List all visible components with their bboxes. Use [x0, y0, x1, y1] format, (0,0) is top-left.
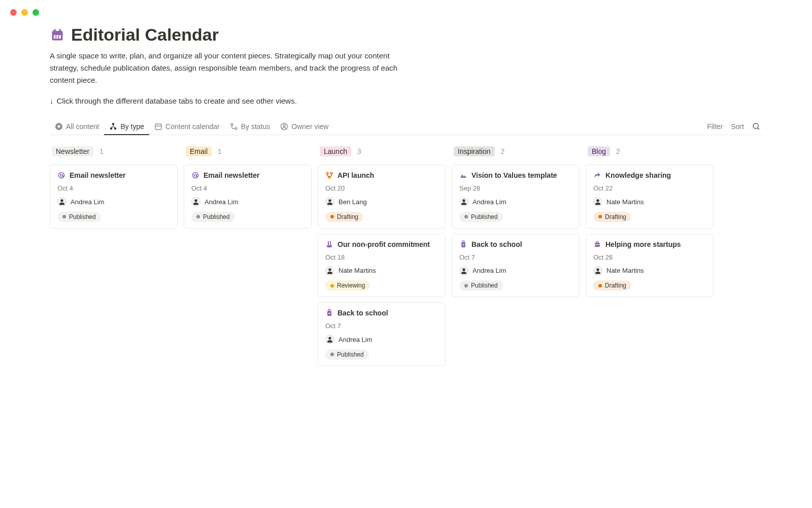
svg-point-37 [596, 268, 599, 271]
card[interactable]: Helping more startups Oct 26 Nate Martin… [586, 234, 714, 298]
minimize-window[interactable] [21, 9, 28, 16]
avatar-icon [325, 335, 334, 344]
card-owner: Andrea Lim [57, 197, 170, 206]
card[interactable]: Email newsletter Oct 4 Andrea Lim Publis… [184, 165, 312, 229]
status-badge: Drafting [593, 280, 631, 291]
status-badge: Reviewing [325, 280, 370, 291]
status-badge: Drafting [593, 212, 631, 222]
svg-rect-10 [155, 124, 161, 130]
svg-rect-28 [328, 313, 330, 314]
svg-point-16 [59, 173, 64, 178]
card-date: Oct 4 [57, 184, 170, 192]
arrow-down-icon: ↓ [50, 97, 54, 105]
tab-all-content[interactable]: All content [50, 118, 104, 135]
tab-label: Content calendar [165, 122, 220, 131]
filter-button[interactable]: Filter [707, 122, 723, 131]
status-text: Drafting [605, 213, 626, 220]
owner-name: Nate Martins [606, 198, 644, 206]
card-date: Oct 18 [325, 253, 438, 261]
card-date: Oct 7 [325, 322, 438, 330]
owner-name: Nate Martins [606, 267, 644, 274]
card[interactable]: Back to school Oct 7 Andrea Lim Publishe… [452, 234, 580, 298]
close-window[interactable] [10, 9, 17, 16]
board: Newsletter 1 Email newsletter Oct 4 Andr… [50, 135, 762, 371]
column-count: 1 [218, 147, 222, 155]
svg-rect-4 [56, 35, 58, 39]
svg-point-25 [328, 199, 331, 202]
owner-name: Andrea Lim [205, 198, 238, 206]
page-header: Editorial Calendar A single space to wri… [50, 25, 456, 105]
column-header: Blog 2 [586, 144, 714, 158]
column-label[interactable]: Newsletter [52, 146, 93, 156]
svg-point-34 [596, 199, 599, 202]
column-label[interactable]: Blog [588, 146, 610, 156]
status-text: Published [203, 213, 230, 220]
search-icon[interactable] [752, 122, 760, 131]
views-actions: Filter Sort [707, 122, 762, 131]
svg-rect-5 [59, 35, 61, 39]
column-count: 2 [501, 147, 505, 155]
svg-point-18 [60, 199, 63, 202]
card-date: Sep 28 [459, 184, 572, 192]
status-badge: Drafting [325, 212, 363, 222]
svg-rect-32 [462, 244, 464, 245]
avatar-icon [325, 266, 334, 275]
card-date: Oct 7 [459, 253, 572, 261]
column-label[interactable]: Launch [320, 146, 351, 156]
tab-by-status[interactable]: By status [225, 118, 276, 135]
avatar-icon [57, 197, 66, 206]
avatar-icon [593, 266, 602, 275]
card-owner: Nate Martins [593, 266, 706, 275]
svg-rect-2 [59, 29, 61, 32]
tab-label: By status [241, 122, 270, 131]
backpack-icon [459, 240, 467, 248]
svg-point-26 [328, 268, 331, 271]
avatar-icon [459, 266, 468, 275]
calendar-small-icon [154, 122, 162, 131]
card-title: Back to school [471, 240, 522, 248]
card-owner: Nate Martins [593, 197, 706, 206]
column-label[interactable]: Inspiration [454, 146, 495, 156]
avatar-icon [191, 197, 200, 206]
card[interactable]: Back to school Oct 7 Andrea Lim Publishe… [318, 302, 446, 366]
card-title: Back to school [337, 309, 388, 317]
card[interactable]: Our non-profit commitment Oct 18 Nate Ma… [318, 234, 446, 298]
card-title: Vision to Values template [471, 171, 557, 179]
column-count: 1 [99, 147, 104, 155]
svg-point-23 [330, 172, 332, 174]
tab-owner-view[interactable]: Owner view [275, 118, 333, 135]
card[interactable]: Vision to Values template Sep 28 Andrea … [452, 165, 580, 229]
maximize-window[interactable] [32, 9, 39, 16]
tab-by-type[interactable]: By type [104, 118, 149, 135]
column-count: 3 [357, 147, 361, 155]
branch-icon [325, 171, 333, 179]
card[interactable]: Email newsletter Oct 4 Andrea Lim Publis… [50, 165, 178, 229]
owner-name: Andrea Lim [339, 336, 372, 343]
branch-icon [230, 122, 238, 131]
at-sign-icon [191, 171, 199, 179]
at-sign-icon [57, 171, 65, 179]
calendar-icon [50, 27, 65, 43]
card[interactable]: API launch Oct 20 Ben Lang Drafting [318, 165, 446, 229]
mountains-icon [459, 171, 467, 179]
status-badge: Published [57, 212, 101, 222]
card[interactable]: Knowledge sharing Oct 22 Nate Martins Dr… [586, 165, 714, 229]
avatar-icon [325, 197, 334, 206]
hands-icon [325, 240, 333, 248]
page-title: Editorial Calendar [71, 25, 219, 45]
column-label[interactable]: Email [186, 146, 212, 156]
card-date: Oct 20 [325, 184, 438, 192]
hint-label: Click through the different database tab… [57, 97, 297, 105]
briefcase-icon [593, 240, 601, 248]
status-badge: Published [459, 280, 503, 291]
owner-name: Andrea Lim [472, 198, 506, 206]
card-date: Oct 26 [593, 253, 706, 261]
column-inspiration: Inspiration 2 Vision to Values template … [452, 144, 580, 371]
card-owner: Andrea Lim [459, 266, 572, 275]
tab-content-calendar[interactable]: Content calendar [149, 118, 225, 135]
nodes-icon [109, 122, 117, 131]
svg-point-7 [112, 123, 114, 125]
svg-point-21 [194, 199, 197, 202]
owner-name: Nate Martins [339, 267, 376, 274]
sort-button[interactable]: Sort [731, 122, 744, 131]
